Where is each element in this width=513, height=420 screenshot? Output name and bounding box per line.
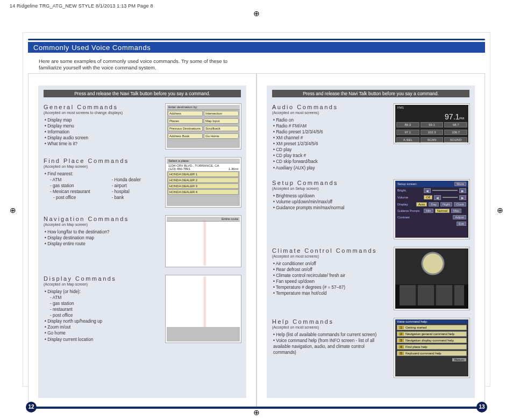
section-setup: Setup Commands (Accepted on Setup screen… bbox=[272, 180, 469, 239]
audio-sub: (Accepted on most screens) bbox=[272, 111, 388, 115]
page-title: Commonly Used Voice Commands bbox=[28, 42, 485, 53]
instruction-right: Press and release the Navi Talk button b… bbox=[272, 90, 469, 97]
page-left: Press and release the Navi Talk button b… bbox=[28, 73, 256, 408]
display-sub: (Accepted on Map screen) bbox=[44, 282, 159, 286]
setup-heading: Setup Commands bbox=[272, 180, 388, 186]
intro-text: Here are some examples of commonly used … bbox=[39, 58, 243, 71]
findplace-cols: ATM gas station Mexican restaurant post … bbox=[44, 177, 159, 201]
section-display: Display Commands (Accepted on Map screen… bbox=[44, 275, 241, 343]
findplace-screenshot: Select a place: 1234 CRV BLVD., TORRANCE… bbox=[166, 158, 241, 207]
section-general: General Commands (Accepted on most scree… bbox=[44, 104, 241, 149]
climate-sub: (Accepted on most screens) bbox=[272, 254, 388, 258]
page-number-left: 12 bbox=[26, 402, 37, 412]
findplace-list: Find nearest: bbox=[44, 171, 159, 177]
audio-heading: Audio Commands bbox=[272, 104, 388, 110]
setup-list: Brightness up/down Volume up/down/min/ma… bbox=[272, 193, 388, 211]
help-list: Help (list of available commands for cur… bbox=[272, 332, 388, 355]
registration-mark-bottom: ⊕ bbox=[253, 408, 260, 417]
section-climate: Climate Control Commands (Accepted on mo… bbox=[272, 247, 469, 310]
general-screenshot: Enter destination by: AddressIntersectio… bbox=[166, 104, 241, 149]
help-screenshot: Voice command help: 1Getting started 2Na… bbox=[394, 318, 469, 378]
registration-mark-left: ⊕ bbox=[10, 206, 16, 215]
page-left-inner: Press and release the Navi Talk button b… bbox=[38, 86, 246, 398]
general-sub: (Accepted on most screens to change disp… bbox=[44, 111, 159, 115]
audio-list: Radio on Radio # FM/AM Radio preset 1/2/… bbox=[272, 117, 388, 171]
help-heading: Help Commands bbox=[272, 318, 388, 325]
display-screenshot bbox=[166, 275, 241, 343]
setup-sub: (Accepted on Setup screen) bbox=[272, 187, 388, 190]
section-help: Help Commands (Accepted on most screens)… bbox=[272, 318, 469, 378]
findplace-sub: (Accepted on Map screen) bbox=[44, 165, 159, 168]
general-list: Display map Display menu Information Dis… bbox=[44, 117, 159, 147]
findplace-heading: Find Place Commands bbox=[44, 158, 159, 164]
display-list: Display (or hide): ATM gas station resta… bbox=[44, 289, 159, 343]
section-audio: Audio Commands (Accepted on most screens… bbox=[272, 104, 469, 171]
climate-screenshot bbox=[394, 247, 469, 310]
registration-mark-top: ⊕ bbox=[253, 9, 260, 18]
navigation-screenshot: Entire route bbox=[166, 216, 241, 267]
general-heading: General Commands bbox=[44, 104, 159, 110]
top-rule bbox=[28, 39, 485, 40]
map-rendering bbox=[167, 276, 240, 327]
spread: Press and release the Navi Talk button b… bbox=[28, 73, 485, 408]
navigation-sub: (Accepted on Map screen) bbox=[44, 223, 159, 226]
setup-screenshot: Setup screen: More Bright.◀▶ VolumeOff◀▶… bbox=[394, 180, 469, 239]
navigation-list: How long/far to the destination? Display… bbox=[44, 229, 159, 247]
help-sub: (Accepted on most screens) bbox=[272, 325, 388, 329]
bottom-rule bbox=[28, 407, 485, 409]
audio-screenshot: FM1 97.1FM 89.3 93.1 98.7 97.1 102.3 106… bbox=[394, 104, 469, 144]
print-header: 14 Ridgeline TRG_ATG_NEW STYLE 8/1/2013 … bbox=[10, 3, 153, 9]
section-findplace: Find Place Commands (Accepted on Map scr… bbox=[44, 158, 241, 207]
page-right-inner: Press and release the Navi Talk button b… bbox=[267, 86, 475, 398]
instruction-left: Press and release the Navi Talk button b… bbox=[44, 90, 241, 97]
display-heading: Display Commands bbox=[44, 275, 159, 282]
page-right: Press and release the Navi Talk button b… bbox=[256, 73, 485, 408]
navigation-heading: Navigation Commands bbox=[44, 216, 159, 222]
map-rendering bbox=[167, 222, 240, 266]
registration-mark-right: ⊕ bbox=[497, 206, 503, 215]
page-number-right: 13 bbox=[476, 402, 487, 412]
climate-heading: Climate Control Commands bbox=[272, 247, 388, 254]
climate-list: Air conditioner on/off Rear defrost on/o… bbox=[272, 261, 388, 296]
section-navigation: Navigation Commands (Accepted on Map scr… bbox=[44, 216, 241, 267]
